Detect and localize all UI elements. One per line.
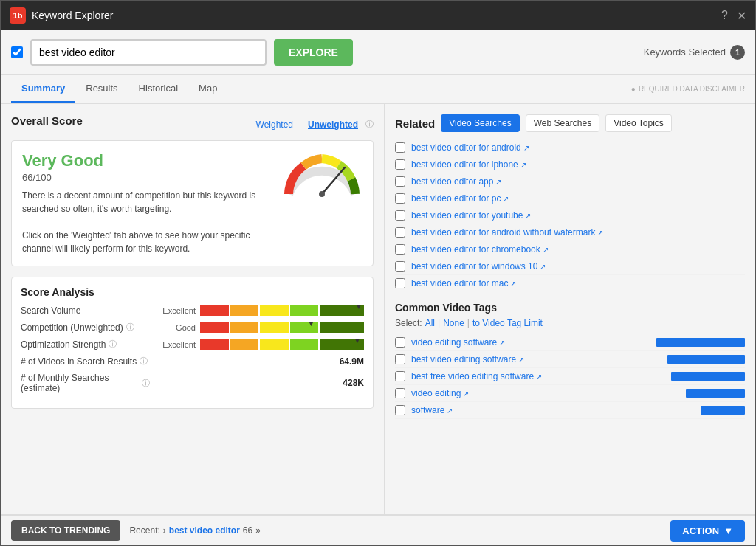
analysis-value-videos: 64.9M	[331, 356, 364, 367]
left-panel: Overall Score Weighted Unweighted ⓘ Very…	[1, 104, 385, 514]
kw-checkbox-6[interactable]	[395, 227, 405, 238]
bar-green-sv	[290, 305, 319, 316]
action-button[interactable]: ACTION ▼	[670, 520, 745, 542]
search-input[interactable]	[30, 39, 267, 66]
tag-link-4[interactable]: video editing ↗	[411, 388, 680, 398]
bar-videos	[200, 356, 325, 367]
analysis-label-competition: Competition (Unweighted) ⓘ	[21, 322, 150, 333]
tag-checkbox-4[interactable]	[395, 388, 405, 398]
keywords-selected: Keywords Selected 1	[644, 45, 745, 60]
kw-checkbox-8[interactable]	[395, 261, 405, 272]
kw-link-4[interactable]: best video editor for pc ↗	[411, 193, 509, 204]
related-tab-web-searches[interactable]: Web Searches	[526, 114, 600, 132]
bar-red-comp	[200, 322, 229, 333]
keyword-item: best video editor for android ↗	[395, 139, 745, 156]
tab-map[interactable]: Map	[188, 75, 227, 103]
kw-link-5[interactable]: best video editor for youtube ↗	[411, 210, 531, 221]
bar-yellow-opt	[260, 339, 289, 350]
kw-link-8[interactable]: best video editor for windows 10 ↗	[411, 261, 546, 272]
ext-icon-8: ↗	[540, 263, 546, 271]
bar-red-sv	[200, 305, 229, 316]
tag-checkbox-3[interactable]	[395, 371, 405, 381]
related-tab-video-topics[interactable]: Video Topics	[605, 114, 672, 132]
app-title: Keyword Explorer	[32, 10, 721, 21]
optimization-info-icon[interactable]: ⓘ	[109, 339, 117, 350]
bar-arrow-comp: ▼	[308, 319, 315, 328]
bar-yellow-comp	[260, 322, 289, 333]
tag-bar-1	[656, 338, 745, 347]
videos-info-icon[interactable]: ⓘ	[140, 356, 148, 367]
tag-link-2[interactable]: best video editing software ↗	[411, 354, 662, 364]
back-to-trending-button[interactable]: BACK TO TRENDING	[11, 520, 120, 541]
tab-results[interactable]: Results	[75, 75, 128, 103]
tag-checkbox-1[interactable]	[395, 337, 405, 348]
titlebar: 1b Keyword Explorer ? ✕	[1, 1, 755, 30]
score-description: There is a decent amount of competition …	[22, 189, 271, 255]
kw-link-3[interactable]: best video editor app ↗	[411, 176, 501, 187]
unweighted-tab[interactable]: Unweighted	[305, 118, 361, 131]
tag-ext-icon-3: ↗	[536, 373, 542, 381]
explore-button[interactable]: EXPLORE	[274, 39, 353, 66]
tag-link-3[interactable]: best free video editing software ↗	[411, 371, 665, 381]
bar-orange-sv	[230, 305, 259, 316]
weighted-tab[interactable]: Weighted	[253, 118, 296, 131]
close-icon[interactable]: ✕	[737, 9, 746, 23]
kw-checkbox-5[interactable]	[395, 210, 405, 221]
analysis-rating-optimization: Excellent	[150, 340, 196, 349]
kw-checkbox-7[interactable]	[395, 244, 405, 255]
kw-checkbox-9[interactable]	[395, 278, 405, 288]
select-to-limit-link[interactable]: to Video Tag Limit	[472, 318, 543, 328]
tag-link-5[interactable]: software ↗	[411, 405, 695, 415]
bar-optimization: ▼	[200, 339, 364, 350]
score-desc-line1: There is a decent amount of competition …	[22, 190, 255, 201]
disclaimer-text: REQUIRED DATA DISCLAIMER	[639, 85, 745, 93]
app-logo: 1b	[10, 7, 26, 24]
kw-link-1[interactable]: best video editor for android ↗	[411, 142, 529, 153]
tabs-bar: Summary Results Historical Map ● REQUIRE…	[1, 75, 755, 104]
svg-point-1	[319, 191, 325, 197]
analysis-row-videos: # of Videos in Search Results ⓘ 64.9M	[21, 356, 364, 367]
common-video-tags-section: Common Video Tags Select: All | None | t…	[395, 302, 745, 419]
analysis-label-videos: # of Videos in Search Results ⓘ	[21, 356, 150, 367]
tags-sep-2: |	[467, 318, 470, 328]
select-none-link[interactable]: None	[443, 318, 464, 328]
disclaimer: ● REQUIRED DATA DISCLAIMER	[631, 85, 745, 93]
tag-ext-icon-1: ↗	[499, 339, 505, 347]
action-arrow-icon: ▼	[724, 525, 733, 536]
tag-checkbox-2[interactable]	[395, 354, 405, 364]
tab-summary[interactable]: Summary	[11, 75, 75, 103]
tag-item-1: video editing software ↗	[395, 334, 745, 351]
ext-icon-9: ↗	[510, 280, 516, 288]
tags-sep-1: |	[438, 318, 440, 328]
score-desc-line4: Click on the 'Weighted' tab above to see…	[22, 230, 250, 241]
recent-link[interactable]: best video editor	[169, 525, 240, 536]
keyword-item: best video editor for android without wa…	[395, 224, 745, 241]
monthly-info-icon[interactable]: ⓘ	[142, 378, 150, 389]
score-info-icon[interactable]: ⓘ	[365, 119, 374, 130]
ext-icon-5: ↗	[525, 212, 531, 220]
select-all-link[interactable]: All	[425, 318, 435, 328]
tag-bar-5	[701, 406, 745, 415]
kw-link-7[interactable]: best video editor for chromebook ↗	[411, 244, 549, 255]
bar-arrow-opt: ▼	[354, 336, 361, 345]
search-checkbox[interactable]	[11, 46, 23, 58]
tab-historical[interactable]: Historical	[128, 75, 188, 103]
tags-select-row: Select: All | None | to Video Tag Limit	[395, 318, 745, 328]
tag-checkbox-5[interactable]	[395, 405, 405, 415]
kw-checkbox-2[interactable]	[395, 159, 405, 170]
kw-link-2[interactable]: best video editor for iphone ↗	[411, 159, 526, 170]
tag-link-1[interactable]: video editing software ↗	[411, 337, 650, 348]
kw-checkbox-4[interactable]	[395, 193, 405, 204]
score-analysis: Score Analysis Search Volume Excellent ▼	[11, 277, 374, 409]
kw-link-9[interactable]: best video editor for mac ↗	[411, 278, 516, 288]
analysis-label-optimization: Optimization Strength ⓘ	[21, 339, 150, 350]
kw-checkbox-1[interactable]	[395, 142, 405, 153]
keyword-item: best video editor for windows 10 ↗	[395, 258, 745, 275]
keyword-item: best video editor for youtube ↗	[395, 207, 745, 224]
bar-competition: ▼	[200, 322, 364, 333]
kw-checkbox-3[interactable]	[395, 176, 405, 187]
related-tab-video-searches[interactable]: Video Searches	[441, 114, 520, 132]
competition-info-icon[interactable]: ⓘ	[126, 322, 134, 333]
kw-link-6[interactable]: best video editor for android without wa…	[411, 227, 603, 238]
help-icon[interactable]: ?	[721, 9, 728, 22]
